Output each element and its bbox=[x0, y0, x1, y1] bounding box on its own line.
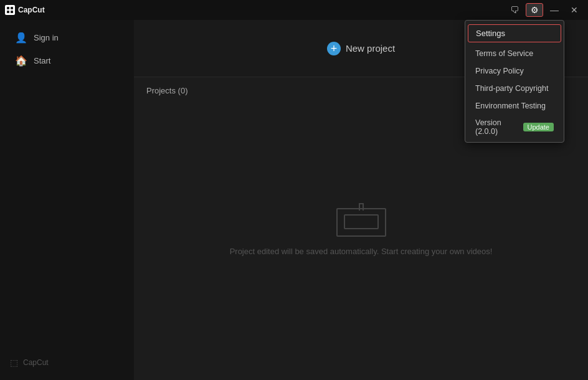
film-inner bbox=[344, 214, 379, 229]
home-icon: 🏠 bbox=[15, 55, 27, 67]
settings-icon: ⚙ bbox=[531, 5, 539, 15]
title-bar: CapCut 🗨 ⚙ — ✕ bbox=[0, 0, 588, 20]
projects-title: Projects (0) bbox=[146, 86, 187, 95]
close-button[interactable]: ✕ bbox=[566, 3, 583, 17]
svg-rect-2 bbox=[7, 11, 9, 13]
minimize-icon: — bbox=[550, 5, 559, 15]
sidebar-item-signin[interactable]: 👤 Sign in bbox=[5, 27, 129, 49]
feedback-icon: 🗨 bbox=[510, 5, 519, 15]
film-body bbox=[336, 208, 386, 237]
app-name-label: CapCut bbox=[18, 6, 45, 14]
svg-rect-0 bbox=[7, 7, 9, 9]
settings-button[interactable]: ⚙ bbox=[526, 3, 543, 17]
environment-testing-item[interactable]: Environment Testing bbox=[465, 97, 564, 115]
title-bar-left: CapCut bbox=[5, 5, 45, 15]
minimize-button[interactable]: — bbox=[546, 3, 563, 17]
plus-icon: + bbox=[327, 42, 341, 55]
logo-icon bbox=[5, 5, 15, 15]
new-project-label: New project bbox=[346, 43, 395, 54]
start-label: Start bbox=[34, 56, 50, 65]
sidebar: 👤 Sign in 🏠 Start ⬚ CapCut bbox=[0, 20, 134, 380]
settings-dropdown: Settings Terms of Service Privacy Policy… bbox=[465, 20, 564, 143]
app-logo: CapCut bbox=[5, 5, 45, 15]
privacy-policy-item[interactable]: Privacy Policy bbox=[465, 62, 564, 80]
empty-state-icon bbox=[336, 203, 386, 237]
sidebar-item-start[interactable]: 🏠 Start bbox=[5, 50, 129, 72]
signin-label: Sign in bbox=[34, 33, 59, 42]
bottom-logo-label: CapCut bbox=[23, 358, 49, 367]
close-icon: ✕ bbox=[571, 5, 578, 15]
title-bar-right: 🗨 ⚙ — ✕ bbox=[506, 3, 583, 17]
svg-rect-1 bbox=[11, 7, 13, 9]
update-badge[interactable]: Update bbox=[523, 123, 554, 131]
settings-dropdown-title: Settings bbox=[468, 24, 561, 42]
empty-state: Project edited will be saved automatical… bbox=[134, 104, 588, 380]
feedback-button[interactable]: 🗨 bbox=[506, 3, 523, 17]
bottom-logo-icon: ⬚ bbox=[10, 358, 18, 368]
content-area: + New project Projects (0) Project edite… bbox=[134, 20, 588, 380]
version-label: Version (2.0.0) bbox=[475, 118, 523, 136]
svg-rect-3 bbox=[11, 11, 13, 13]
version-row: Version (2.0.0) Update bbox=[465, 115, 564, 140]
terms-of-service-item[interactable]: Terms of Service bbox=[465, 45, 564, 62]
main-layout: 👤 Sign in 🏠 Start ⬚ CapCut + New project… bbox=[0, 20, 588, 380]
new-project-button[interactable]: + New project bbox=[327, 42, 395, 55]
third-party-copyright-item[interactable]: Third-party Copyright bbox=[465, 80, 564, 97]
film-icon bbox=[336, 203, 386, 237]
empty-state-text: Project edited will be saved automatical… bbox=[230, 247, 493, 256]
sidebar-bottom: ⬚ CapCut bbox=[0, 351, 134, 374]
signin-icon: 👤 bbox=[15, 32, 27, 44]
